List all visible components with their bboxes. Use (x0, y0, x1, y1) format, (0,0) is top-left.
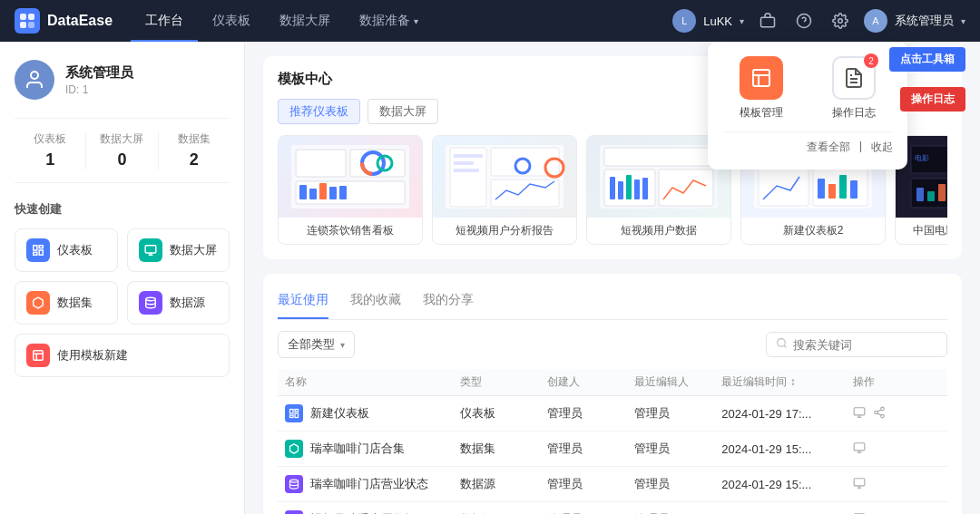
quick-btn-datascreen[interactable]: 数据大屏 (127, 228, 230, 272)
nav-tab-dataprep[interactable]: 数据准备 ▾ (345, 0, 433, 42)
action-edit-icon[interactable] (853, 477, 866, 492)
nav-tab-datascreen[interactable]: 数据大屏 (265, 0, 345, 42)
search-input[interactable] (793, 338, 929, 352)
help-btn[interactable] (791, 8, 817, 34)
toolbar-items: 模板管理 2 操作日志 (722, 56, 893, 121)
action-edit-icon[interactable] (853, 406, 866, 422)
user-dropdown[interactable]: L LuKK ▾ (672, 9, 744, 33)
svg-rect-25 (309, 189, 317, 199)
svg-rect-63 (916, 188, 924, 201)
svg-rect-36 (454, 154, 483, 158)
svg-rect-72 (290, 410, 294, 414)
svg-rect-45 (610, 177, 615, 199)
template-card-1[interactable]: 短视频用户分析报告 (432, 135, 577, 245)
svg-rect-74 (295, 413, 299, 418)
nav-tab-dashboard[interactable]: 仪表板 (198, 0, 265, 42)
recent-tab-shared[interactable]: 我的分享 (423, 288, 474, 319)
svg-rect-1 (28, 14, 34, 20)
table-row: 瑞幸咖啡门店营业状态 数据源 管理员 管理员 2024-01-29 15:... (278, 467, 947, 502)
table-row: 新建仪表板 仪表板 管理员 管理员 2024-01-29 17:... (278, 396, 947, 432)
quick-btn-dataset[interactable]: 数据集 (15, 281, 118, 325)
svg-rect-48 (634, 179, 640, 199)
svg-rect-27 (329, 187, 337, 199)
template-new-btn[interactable]: 使用模板新建 (15, 334, 230, 377)
svg-line-83 (877, 409, 881, 411)
cell-type: 数据集 (460, 441, 547, 457)
type-filter[interactable]: 全部类型 ▾ (278, 331, 355, 358)
recent-tab-favorites[interactable]: 我的收藏 (350, 288, 401, 319)
svg-rect-65 (938, 184, 946, 201)
svg-rect-17 (34, 351, 44, 361)
dashboard-icon (26, 238, 50, 262)
settings-btn[interactable] (828, 8, 853, 34)
callout-oplog: 操作日志 (900, 87, 965, 112)
template-card-label-0: 连锁茶饮销售看板 (279, 218, 422, 244)
admin-chevron: ▾ (961, 16, 965, 26)
template-card-0[interactable]: 连锁茶饮销售看板 (278, 135, 423, 245)
quick-create-title: 快速创建 (15, 201, 230, 218)
row-type-icon (285, 404, 303, 422)
template-tab-datascreen[interactable]: 数据大屏 (368, 99, 438, 124)
cell-creator: 管理员 (547, 476, 634, 492)
stat-dataset: 数据集 2 (158, 131, 230, 170)
chevron-down-icon: ▾ (414, 16, 418, 26)
avatar (15, 60, 54, 100)
template-card-label-3: 新建仪表板2 (741, 218, 885, 244)
template-card-label-1: 短视频用户分析报告 (433, 218, 576, 244)
cell-name: 瑞幸咖啡门店合集 (285, 440, 460, 458)
cell-creator: 管理员 (547, 405, 634, 422)
svg-text:电影: 电影 (915, 154, 929, 162)
toolbox-btn[interactable] (755, 8, 780, 34)
svg-rect-11 (39, 250, 43, 255)
svg-line-71 (784, 345, 786, 347)
collapse-link[interactable]: 收起 (871, 140, 893, 155)
svg-rect-57 (850, 180, 858, 199)
cell-editor: 管理员 (634, 441, 721, 457)
system-admin-dropdown[interactable]: A 系统管理员 ▾ (864, 9, 965, 33)
quick-btn-dashboard[interactable]: 仪表板 (15, 228, 118, 272)
row-actions (853, 441, 940, 457)
view-all-link[interactable]: 查看全部 (807, 140, 850, 155)
badge-count: 2 (864, 53, 878, 68)
nav-username: LuKK (703, 15, 732, 28)
quick-btn-datasource[interactable]: 数据源 (127, 281, 230, 325)
cell-time: 2024-01-29 17:... (721, 407, 852, 421)
row-type-icon (285, 475, 303, 493)
search-icon (776, 337, 788, 352)
nav-user-chevron: ▾ (740, 16, 744, 26)
user-display-name: 系统管理员 (65, 64, 133, 82)
recent-tab-recent[interactable]: 最近使用 (278, 288, 328, 319)
template-card-label-2: 短视频用户数据 (587, 218, 730, 244)
action-edit-icon[interactable] (853, 441, 866, 457)
table-row: 视频号助手大屏数据 数据源 管理员 管理员 2023-12-28 16:... (278, 502, 947, 514)
template-center-title: 模板中心 (278, 71, 332, 88)
toolbar-item-template[interactable]: 模板管理 (722, 56, 800, 121)
svg-rect-73 (295, 410, 299, 412)
cell-name: 视频号助手大屏数据 (285, 510, 460, 514)
svg-rect-10 (39, 246, 43, 248)
row-type-icon (285, 510, 303, 514)
svg-point-16 (145, 297, 155, 301)
callout-toolbox-label: 点击工具箱 (889, 47, 965, 72)
monitor-icon (139, 238, 162, 262)
user-avatar-small: L (672, 9, 696, 33)
svg-rect-9 (34, 246, 37, 250)
toolbar-footer: 查看全部 | 收起 (722, 131, 893, 155)
svg-rect-49 (642, 178, 648, 199)
nav-tab-workbench[interactable]: 工作台 (131, 0, 198, 42)
template-tab-dashboard[interactable]: 推荐仪表板 (278, 99, 360, 124)
filter-row: 全部类型 ▾ (278, 331, 947, 358)
cell-type: 仪表板 (460, 405, 547, 422)
user-id: ID: 1 (65, 83, 133, 96)
toolbar-popup: 模板管理 2 操作日志 查看全部 | 收起 (708, 42, 907, 170)
table-header: 名称 类型 创建人 最近编辑人 最近编辑时间 ↕ 操作 (278, 369, 947, 396)
svg-rect-88 (854, 478, 865, 485)
search-box[interactable] (766, 332, 947, 357)
stats-row: 仪表板 1 数据大屏 0 数据集 2 (15, 118, 230, 183)
logo-icon (15, 8, 40, 34)
row-actions (853, 406, 940, 422)
toolbar-item-log[interactable]: 2 操作日志 (815, 56, 893, 121)
row-actions (853, 477, 940, 492)
svg-point-79 (880, 407, 884, 411)
action-share-icon[interactable] (873, 406, 886, 422)
